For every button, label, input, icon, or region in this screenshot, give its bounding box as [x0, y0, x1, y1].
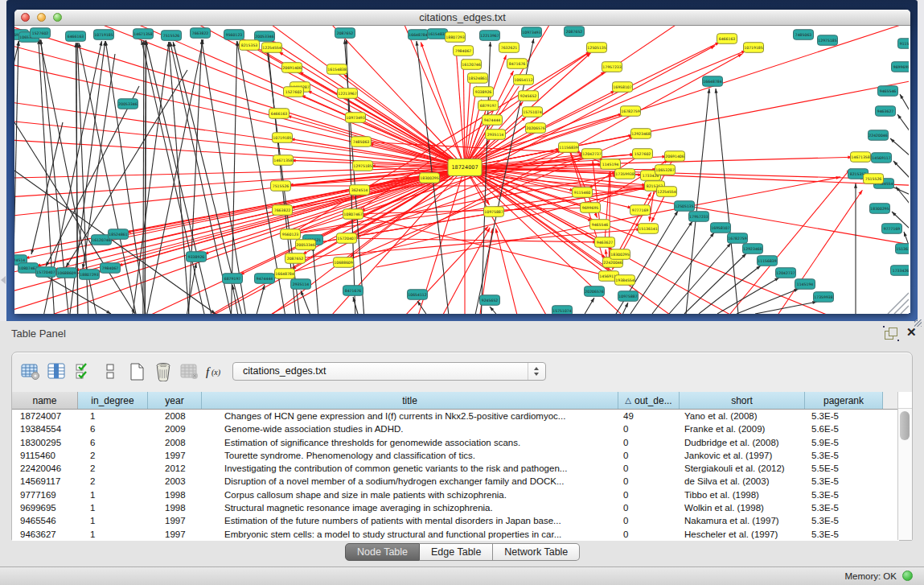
graph-node-label: 16782759: [621, 109, 639, 113]
red-edge[interactable]: [271, 40, 465, 167]
black-edge[interactable]: [737, 289, 799, 314]
cell-year: 2009: [148, 422, 202, 435]
network-window-titlebar[interactable]: citations_edges.txt: [14, 10, 910, 26]
graph-node-label: 14569117: [872, 156, 890, 160]
edge-arrowhead: [495, 229, 499, 233]
graph-node-label: 9699695: [893, 65, 909, 69]
graph-node-label: 12975185: [353, 164, 372, 168]
graph-node-label: 9560123: [282, 233, 299, 237]
memory-status-indicator[interactable]: [902, 571, 913, 581]
column-header-out_degree[interactable]: △out_de...: [618, 392, 680, 409]
graph-node-label: 22420046: [869, 134, 887, 138]
cell-short: Hescheler et al. (1997): [680, 528, 805, 541]
red-edge[interactable]: [421, 42, 465, 167]
graph-node-label: 17957233: [602, 65, 621, 69]
column-header-short[interactable]: short: [680, 392, 805, 409]
graph-node-label: 1145194: [602, 163, 619, 167]
graph-node-label: 15136141: [896, 247, 909, 251]
graph-node-label: 6879197: [224, 277, 241, 281]
column-header-title[interactable]: title: [202, 392, 618, 409]
select-column-button[interactable]: [43, 360, 70, 383]
table-settings-button[interactable]: [17, 360, 43, 383]
table-row[interactable]: 2242004622012Investigating the contribut…: [12, 462, 899, 475]
table-row[interactable]: 1830029562008Estimation of significance …: [12, 436, 899, 449]
edge-arrowhead: [651, 217, 655, 222]
close-window-button[interactable]: [21, 13, 30, 22]
column-header-year[interactable]: year: [148, 392, 202, 409]
graph-node-label: 12923468: [631, 132, 650, 136]
cell-short: Dudbridge et al. (2008): [680, 436, 805, 449]
cell-title: Tourette syndrome. Phenomenology and cla…: [202, 449, 618, 462]
row-height-button[interactable]: [97, 360, 123, 383]
table-row[interactable]: 946362711997Embryonic stem cells: a mode…: [12, 528, 899, 541]
edge-arrowhead: [900, 94, 904, 99]
delete-table-button[interactable]: [176, 360, 203, 383]
new-table-button[interactable]: [123, 360, 150, 383]
network-table-select[interactable]: citations_edges.txt: [232, 362, 546, 381]
resize-grip-icon[interactable]: [888, 293, 909, 314]
table-row[interactable]: 1938455462009Genome-wide association stu…: [12, 422, 899, 435]
float-panel-icon[interactable]: [885, 328, 897, 340]
scrollbar-thumb[interactable]: [900, 411, 910, 440]
graph-node-label: 7632621: [501, 46, 518, 50]
tab-network-table[interactable]: Network Table: [493, 543, 580, 561]
table-row[interactable]: 969969511998Structural magnetic resonanc…: [12, 501, 899, 514]
function-builder-button[interactable]: f(x): [203, 360, 229, 383]
table-browser: f(x) citations_edges.txt namein_degreeye…: [11, 352, 913, 541]
zoom-window-button[interactable]: [53, 13, 62, 22]
divider-resize-grip-icon[interactable]: [914, 319, 922, 327]
graph-node-label: 9465546: [592, 223, 609, 227]
select-rows-button[interactable]: [70, 360, 97, 383]
table-row[interactable]: 977716911998Corpus callosum shape and si…: [12, 488, 899, 501]
resize-grip-icon[interactable]: [901, 306, 909, 314]
column-header-in_degree[interactable]: in_degree: [78, 392, 148, 409]
graph-node-label: 8471676: [509, 62, 526, 66]
black-edge[interactable]: [669, 243, 731, 314]
graph-node-label: 18524861: [109, 233, 127, 237]
vertical-scrollbar[interactable]: [897, 392, 912, 540]
cell-pagerank: 5.3E-5: [805, 449, 883, 462]
graph-node-label: 20206576: [526, 126, 544, 130]
column-header-pagerank[interactable]: pagerank: [805, 392, 883, 409]
black-edge[interactable]: [630, 221, 692, 314]
network-canvas[interactable]: 2069140610653287152760264661631071918514…: [14, 26, 909, 314]
edge-arrowhead: [417, 301, 421, 306]
cell-name: 9699695: [12, 501, 78, 514]
edge-arrowhead: [904, 232, 907, 237]
graph-node-label: 15136141: [639, 227, 657, 231]
black-edge[interactable]: [755, 302, 817, 314]
cell-in_degree: 1: [78, 528, 148, 541]
black-edge[interactable]: [169, 42, 189, 314]
black-edge[interactable]: [202, 39, 246, 314]
network-view-window[interactable]: citations_edges.txt 20691406106532871527…: [14, 10, 910, 313]
close-panel-icon[interactable]: ✕: [906, 325, 917, 340]
cell-pagerank: 5.3E-5: [805, 528, 883, 541]
black-edge[interactable]: [232, 41, 237, 314]
cell-pagerank: 5.3E-5: [805, 475, 883, 488]
graph-node-label: 9338926: [475, 90, 492, 94]
graph-node-label: 2935114: [293, 282, 310, 286]
table-row[interactable]: 946554611997Estimation of the future num…: [12, 514, 899, 527]
table-row[interactable]: 1456911722003Disruption of a novel membe…: [12, 475, 899, 488]
table-row[interactable]: 1872400712008Changes of HCN gene express…: [12, 410, 899, 422]
delete-column-button[interactable]: [150, 360, 176, 383]
black-edge[interactable]: [14, 122, 135, 314]
graph-node-label: 12254554: [262, 46, 281, 50]
resize-grip-icon[interactable]: [894, 299, 909, 314]
cell-in_degree: 1: [78, 488, 148, 501]
panel-collapse-arrow[interactable]: [1, 276, 6, 284]
red-edge[interactable]: [465, 74, 909, 167]
graph-node-label: 11156839: [758, 259, 776, 263]
graph-node-label: 14671358: [851, 155, 869, 159]
graph-node-label: 9474444: [484, 118, 501, 122]
cell-out_degree: 0: [618, 449, 680, 462]
black-edge[interactable]: [187, 263, 196, 314]
column-header-name[interactable]: name: [12, 392, 78, 409]
graph-node-label: 1527602: [285, 90, 302, 94]
minimize-window-button[interactable]: [37, 13, 46, 22]
tab-node-table[interactable]: Node Table: [345, 543, 420, 561]
table-row[interactable]: 911546021997Tourette syndrome. Phenomeno…: [12, 449, 899, 462]
cell-pagerank: 5.9E-5: [805, 436, 883, 449]
tab-edge-table[interactable]: Edge Table: [420, 543, 493, 561]
graph-node-label: 16782759: [728, 237, 746, 241]
